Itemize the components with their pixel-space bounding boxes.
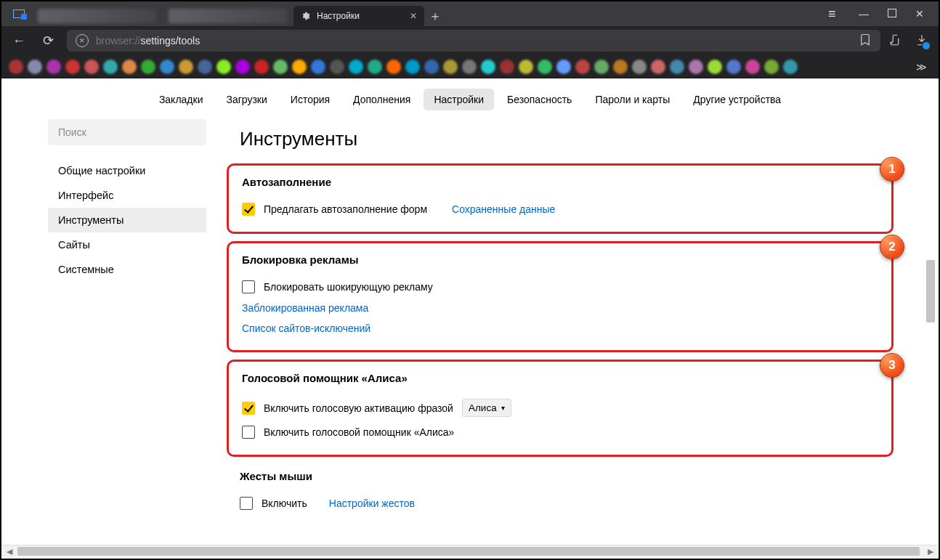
bookmark-item[interactable] xyxy=(349,60,363,74)
titlebar-left xyxy=(7,9,25,18)
checkbox-label: Блокировать шокирующую рекламу xyxy=(264,281,433,293)
bookmark-item[interactable] xyxy=(783,60,798,74)
sidebar-item[interactable]: Интерфейс xyxy=(48,183,206,208)
settings-top-tab[interactable]: Безопасность xyxy=(497,89,582,110)
scroll-left-icon[interactable]: ◀ xyxy=(3,545,16,557)
bookmark-item[interactable] xyxy=(235,60,250,74)
settings-top-tab[interactable]: Другие устройства xyxy=(683,89,791,110)
bookmark-item[interactable] xyxy=(462,60,477,74)
maximize-button[interactable] xyxy=(888,9,896,19)
browser-tab[interactable] xyxy=(163,6,293,26)
settings-top-tab[interactable]: История xyxy=(280,89,340,110)
site-info-icon[interactable]: ✕ xyxy=(76,34,89,47)
checkbox-gestures-enable[interactable] xyxy=(240,497,253,510)
section-voice-assistant: Голосовой помощник «Алиса» Включить голо… xyxy=(229,362,891,455)
bookmark-item[interactable] xyxy=(292,60,307,74)
bookmark-item[interactable] xyxy=(9,60,23,74)
settings-sidebar: Поиск Общие настройкиИнтерфейсИнструмент… xyxy=(48,119,206,529)
sidebar-item[interactable]: Общие настройки xyxy=(48,158,206,183)
bookmark-item[interactable] xyxy=(46,60,61,74)
link-saved-data[interactable]: Сохраненные данные xyxy=(452,203,555,215)
scroll-right-icon[interactable]: ▶ xyxy=(924,545,937,557)
bookmark-item[interactable] xyxy=(386,60,401,74)
bookmark-item[interactable] xyxy=(254,60,269,74)
app-icon xyxy=(13,9,25,18)
settings-main: Инструменты 1 Автозаполнение Предлагать … xyxy=(219,119,901,529)
bookmark-item[interactable] xyxy=(424,60,439,74)
bookmark-item[interactable] xyxy=(443,60,458,74)
section-adblock: Блокировка рекламы Блокировать шокирующу… xyxy=(229,243,891,350)
bookmark-item[interactable] xyxy=(103,60,118,74)
settings-top-tab[interactable]: Настройки xyxy=(424,89,494,110)
browser-tab-active[interactable]: Настройки ✕ xyxy=(293,6,424,26)
bookmark-item[interactable] xyxy=(84,60,99,74)
bookmark-item[interactable] xyxy=(556,60,571,74)
feedback-icon[interactable] xyxy=(889,33,902,49)
checkbox-block-shocking-ads[interactable] xyxy=(242,280,255,293)
bookmark-item[interactable] xyxy=(311,60,325,74)
bookmark-item[interactable] xyxy=(670,60,684,74)
settings-top-tab[interactable]: Пароли и карты xyxy=(585,89,680,110)
checkbox-voice-activation[interactable] xyxy=(242,402,255,415)
window-controls: — ✕ xyxy=(817,7,933,20)
bookmark-item[interactable] xyxy=(330,60,344,74)
bookmark-item[interactable] xyxy=(745,60,760,74)
bookmark-item[interactable] xyxy=(519,60,533,74)
link-gesture-settings[interactable]: Настройки жестов xyxy=(329,498,415,509)
checkbox-label: Включить xyxy=(262,498,307,509)
bookmark-item[interactable] xyxy=(122,60,137,74)
checkbox-enable-assistant[interactable] xyxy=(242,426,255,439)
bookmark-item[interactable] xyxy=(65,60,80,74)
tab-close-icon[interactable]: ✕ xyxy=(410,11,417,21)
bookmark-item[interactable] xyxy=(632,60,647,74)
close-button[interactable]: ✕ xyxy=(915,9,924,19)
bookmark-item[interactable] xyxy=(689,60,703,74)
checkbox-autofill[interactable] xyxy=(242,203,255,216)
bookmark-item[interactable] xyxy=(726,60,741,74)
sidebar-item[interactable]: Инструменты xyxy=(48,208,206,232)
link-blocked-ads[interactable]: Заблокированная реклама xyxy=(242,302,368,314)
reload-button[interactable]: ⟳ xyxy=(38,31,58,51)
link-site-exceptions[interactable]: Список сайтов-исключений xyxy=(242,322,370,334)
bookmark-item[interactable] xyxy=(594,60,609,74)
settings-top-tab[interactable]: Закладки xyxy=(149,89,214,110)
page-title: Инструменты xyxy=(240,128,880,150)
section-heading: Голосовой помощник «Алиса» xyxy=(242,372,878,384)
sidebar-item[interactable]: Сайты xyxy=(48,232,206,257)
downloads-icon[interactable] xyxy=(915,33,928,49)
sidebar-item[interactable]: Системные xyxy=(48,257,206,282)
settings-top-tab[interactable]: Дополнения xyxy=(343,89,421,110)
select-activation-phrase[interactable]: Алиса ▾ xyxy=(462,399,511,417)
bookmark-item[interactable] xyxy=(764,60,779,74)
search-input[interactable]: Поиск xyxy=(48,119,206,145)
bookmark-item[interactable] xyxy=(500,60,514,74)
bookmark-flag-icon[interactable] xyxy=(859,33,872,49)
browser-tab[interactable] xyxy=(32,6,163,26)
bookmark-item[interactable] xyxy=(273,60,288,74)
bookmark-item[interactable] xyxy=(481,60,495,74)
bookmark-item[interactable] xyxy=(216,60,231,74)
bookmark-item[interactable] xyxy=(613,60,628,74)
minimize-button[interactable]: — xyxy=(859,9,869,19)
bookmark-item[interactable] xyxy=(28,60,42,74)
settings-top-tab[interactable]: Загрузки xyxy=(216,89,277,110)
bookmark-item[interactable] xyxy=(179,60,193,74)
menu-button[interactable] xyxy=(828,7,840,20)
bookmark-item[interactable] xyxy=(538,60,552,74)
bookmark-item[interactable] xyxy=(405,60,420,74)
new-tab-button[interactable]: ＋ xyxy=(424,6,446,26)
checkbox-label: Включить голосовой помощник «Алиса» xyxy=(264,426,454,438)
horizontal-scrollbar[interactable]: ◀ ▶ xyxy=(3,545,937,557)
address-bar[interactable]: ✕ browser://settings/tools xyxy=(67,30,880,52)
horizontal-scrollbar-thumb[interactable] xyxy=(17,547,920,556)
bookmark-item[interactable] xyxy=(198,60,212,74)
bookmark-item[interactable] xyxy=(651,60,665,74)
vertical-scrollbar-thumb[interactable] xyxy=(926,260,935,322)
bookmarks-overflow-icon[interactable]: ≫ xyxy=(912,61,931,73)
bookmark-item[interactable] xyxy=(708,60,722,74)
bookmark-item[interactable] xyxy=(575,60,590,74)
bookmark-item[interactable] xyxy=(160,60,174,74)
bookmark-item[interactable] xyxy=(141,60,155,74)
back-button[interactable]: ← xyxy=(9,31,29,51)
bookmark-item[interactable] xyxy=(368,60,382,74)
